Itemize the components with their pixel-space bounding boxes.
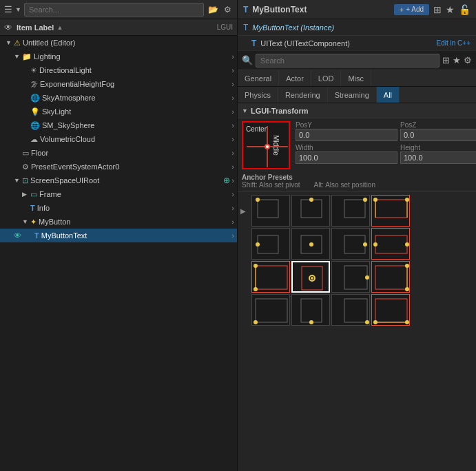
tab-streaming[interactable]: Streaming [328, 87, 377, 103]
edit-cpp-button[interactable]: Edit in C++ [437, 39, 470, 47]
preset-cell-ml[interactable] [251, 228, 290, 260]
width-input[interactable] [296, 151, 397, 164]
posy-input[interactable] [296, 129, 397, 141]
tree-item-directional[interactable]: ☀ DirectionalLight › [0, 63, 237, 77]
posz-label: PosZ [400, 121, 476, 129]
svg-rect-19 [344, 236, 365, 253]
section-title: LGUI-Transform [251, 107, 309, 115]
folder-icon[interactable]: 📂 [207, 3, 220, 16]
preset-ms-svg [372, 229, 411, 260]
screen-right-arrow: › [231, 176, 234, 185]
visibility-eye-icon[interactable]: 👁 [14, 231, 25, 240]
tree-item-expfog[interactable]: 🌫 ExponentialHeightFog › [0, 77, 237, 91]
eye-icon[interactable]: 👁 [4, 23, 12, 32]
layout-icon[interactable]: ⊞ [433, 4, 442, 15]
search-input[interactable] [24, 3, 204, 17]
sort-arrow[interactable]: ▲ [56, 24, 63, 31]
posz-group: PosZ [400, 121, 476, 141]
component-row[interactable]: T UIText (UITextComponent) Edit in C++ [238, 36, 476, 51]
header-label: Item Label ▲ [17, 23, 213, 32]
preset-cell-mc[interactable] [291, 228, 330, 260]
svg-point-18 [309, 242, 313, 247]
width-label: Width [296, 144, 397, 151]
frame-right-arrow: › [231, 190, 234, 198]
posz-input[interactable] [400, 129, 476, 141]
expand-arrow-mybutton[interactable]: ▼ [22, 218, 30, 225]
tree-item-untitled[interactable]: ▼ ⚠ Untitled (Editor) [0, 36, 237, 50]
svg-rect-21 [375, 236, 407, 253]
star-filter-icon[interactable]: ★ [453, 55, 461, 65]
star-icon[interactable]: ★ [446, 4, 455, 15]
preset-cell-tr[interactable] [331, 195, 370, 227]
height-input[interactable] [400, 151, 476, 164]
preset-cell-mr[interactable] [331, 228, 370, 260]
expand-arrow-untitled[interactable]: ▼ [6, 39, 14, 46]
preset-ml-svg [252, 229, 291, 260]
width-group: Width [296, 144, 397, 164]
preset-cell-tc[interactable] [291, 195, 330, 227]
smsky-right-arrow: › [231, 121, 234, 129]
left-panel: ☰ ▼ 📂 ⚙ 👁 Item Label ▲ LGUI ▼ ⚠ Untitled… [0, 0, 238, 471]
sphere-icon: 🌐 [30, 121, 40, 130]
tab-misc[interactable]: Misc [341, 70, 371, 86]
preset-cell-bsr[interactable] [371, 261, 410, 293]
anchor-cross-svg [243, 123, 291, 171]
tab-actor[interactable]: Actor [279, 70, 311, 86]
tree-item-skylight[interactable]: 💡 SkyLight › [0, 105, 237, 118]
tree-item-preset[interactable]: ⚙ PresetEventSystemActor0 › [0, 160, 237, 174]
tab-lod[interactable]: LOD [311, 70, 342, 86]
tab-all[interactable]: All [377, 87, 400, 103]
instance-row[interactable]: T MyButtonText (Instance) [238, 19, 476, 36]
tree-item-floor[interactable]: ▭ Floor › [0, 146, 237, 160]
frame-icon: ▭ [30, 190, 37, 199]
filter-settings-icon[interactable]: ⚙ [464, 55, 472, 65]
tree-item-skyatm[interactable]: 🌐 SkyAtmosphere › [0, 91, 237, 105]
vol-label: VolumetricCloud [40, 135, 231, 143]
tree-item-smsky[interactable]: 🌐 SM_SkySphere › [0, 118, 237, 132]
hamburger-icon[interactable]: ☰ [4, 4, 12, 14]
preset-cell-selected[interactable] [291, 261, 330, 293]
svg-point-46 [405, 320, 409, 324]
add-button[interactable]: + + Add [394, 4, 429, 15]
tab-rendering[interactable]: Rendering [278, 87, 328, 103]
anchor-visual[interactable]: Center Middle [242, 121, 290, 169]
smsky-label: SM_SkySphere [42, 121, 231, 129]
preset-cell-tl[interactable] [251, 195, 290, 227]
tree-item-info[interactable]: T Info › [0, 201, 237, 215]
tree-item-lighting[interactable]: ▼ 📁 Lighting › [0, 50, 237, 63]
expand-arrow-screen[interactable]: ▼ [14, 177, 22, 184]
down-arrow-icon[interactable]: ▼ [15, 6, 21, 13]
preset-cell-sbr[interactable] [331, 294, 370, 326]
preset-cell-sbc[interactable] [291, 294, 330, 326]
preset-cell-full[interactable] [371, 294, 410, 326]
svg-point-23 [405, 242, 409, 247]
tree-item-vol[interactable]: ☁ VolumetricCloud › [0, 132, 237, 146]
tree-item-mybuttontext[interactable]: 👁 T MyButtonText › [0, 229, 237, 242]
tab-general[interactable]: General [238, 70, 279, 86]
expand-arrow-lighting[interactable]: ▼ [14, 53, 22, 60]
settings-icon[interactable]: ⚙ [223, 3, 233, 16]
preset-cell-sbl[interactable] [251, 294, 290, 326]
grid-icon[interactable]: ⊞ [442, 55, 450, 65]
preset-cell-ts[interactable] [371, 195, 410, 227]
section-header-lgui[interactable]: ▼ LGUI-Transform [238, 103, 476, 118]
floor-icon: ▭ [22, 149, 29, 158]
preset-cell-br[interactable] [331, 261, 370, 293]
tree-item-frame[interactable]: ▶ ▭ Frame › [0, 187, 237, 201]
floor-label: Floor [31, 149, 231, 157]
tree-item-screen[interactable]: ▼ ⊡ ScreenSpaceUIRoot ⊕ › [0, 174, 237, 187]
instance-label: MyButtonText (Instance) [252, 23, 334, 32]
toolbar: ☰ ▼ 📂 ⚙ [0, 0, 237, 19]
expfog-label: ExponentialHeightFog [40, 80, 231, 88]
expand-arrow-frame[interactable]: ▶ [22, 191, 30, 198]
skylight-right-arrow: › [231, 107, 234, 116]
lock-icon[interactable]: 🔓 [459, 4, 470, 15]
search-input-right[interactable] [256, 54, 439, 67]
anchor-presets-info: Anchor Presets Shift: Also set pivot Alt… [238, 172, 476, 192]
preset-cell-bl[interactable] [251, 261, 290, 293]
preset-row-4 [238, 294, 476, 326]
tree-item-mybutton[interactable]: ▼ ✦ MyButton › [0, 215, 237, 229]
tab-physics[interactable]: Physics [238, 87, 278, 103]
preset-cell-ms[interactable] [371, 228, 410, 260]
untitled-label: Untitled (Editor) [23, 39, 237, 47]
